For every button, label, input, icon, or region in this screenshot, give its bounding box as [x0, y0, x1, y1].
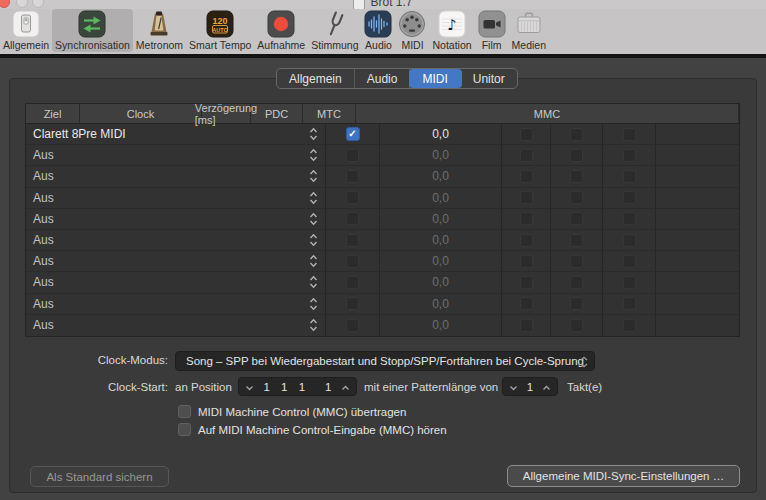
mtc-checkbox[interactable] [570, 276, 583, 289]
mmc-checkbox[interactable] [623, 234, 636, 247]
tab[interactable]: Unitor [461, 69, 517, 88]
table-body: Clarett 8Pre MIDI 0,0 Aus [26, 124, 739, 336]
pdc-checkbox[interactable] [520, 234, 533, 247]
mtc-checkbox[interactable] [570, 319, 583, 332]
pdc-checkbox[interactable] [520, 212, 533, 225]
mmc-checkbox[interactable] [623, 255, 636, 268]
toolbar-item[interactable]: Synchronisation [52, 9, 133, 52]
clock-checkbox[interactable] [346, 127, 360, 141]
delay-value[interactable]: 0,0 [380, 251, 502, 271]
delay-value[interactable]: 0,0 [380, 315, 502, 336]
pattern-length-stepper[interactable]: 1 [502, 377, 558, 396]
clock-checkbox[interactable] [346, 276, 359, 289]
mtc-checkbox[interactable] [570, 170, 583, 183]
delay-value[interactable]: 0,0 [380, 272, 502, 292]
clock-checkbox[interactable] [346, 234, 359, 247]
ziel-popup[interactable]: Clarett 8Pre MIDI [26, 124, 326, 144]
ziel-popup[interactable]: Aus [26, 188, 326, 208]
delay-value[interactable]: 0,0 [380, 124, 502, 144]
clock-checkbox[interactable] [346, 149, 359, 162]
clock-checkbox[interactable] [346, 255, 359, 268]
toolbar-item[interactable]: Audio [361, 9, 395, 52]
delay-value[interactable]: 0,0 [380, 145, 502, 165]
clock-checkbox[interactable] [346, 212, 359, 225]
position-value[interactable]: 1 1 1 [264, 381, 310, 393]
ziel-popup[interactable]: Aus [26, 315, 326, 336]
clock-checkbox[interactable] [346, 319, 359, 332]
mmc-checkbox[interactable] [623, 319, 636, 332]
mtc-checkbox[interactable] [570, 191, 583, 204]
ziel-popup[interactable]: Aus [26, 251, 326, 271]
toolbar-item[interactable]: Aufnahme [254, 9, 308, 52]
stepper-up-icon[interactable] [341, 381, 350, 393]
toolbar-item[interactable]: Stimmung [308, 9, 361, 52]
position-tick-value[interactable]: 1 [325, 381, 331, 393]
mmc-checkbox[interactable] [623, 191, 636, 204]
position-stepper[interactable]: 1 1 1 1 [238, 377, 357, 396]
toolbar-item[interactable]: Film [475, 9, 509, 52]
titlebar: Brot 1.7 [0, 0, 766, 9]
general-midi-sync-settings-button[interactable]: Allgemeine MIDI-Sync-Einstellungen … [507, 465, 740, 487]
tab[interactable]: MIDI [409, 69, 461, 88]
clock-checkbox[interactable] [346, 191, 359, 204]
pdc-checkbox[interactable] [520, 319, 533, 332]
pdc-cell [502, 166, 551, 186]
toolbar-item[interactable]: ♪ Notation [429, 9, 474, 52]
mmc-checkbox[interactable] [623, 128, 636, 141]
clock-checkbox[interactable] [346, 297, 359, 310]
pdc-checkbox[interactable] [520, 191, 533, 204]
setting-checkbox[interactable] [178, 405, 191, 418]
mmc-checkbox[interactable] [623, 149, 636, 162]
mtc-checkbox[interactable] [570, 234, 583, 247]
pdc-checkbox[interactable] [520, 255, 533, 268]
mtc-checkbox[interactable] [570, 149, 583, 162]
clock-cell [326, 230, 380, 250]
toolbar-item-label: Audio [365, 39, 392, 51]
pattern-length-value[interactable]: 1 [518, 381, 542, 393]
mmc-checkbox[interactable] [623, 297, 636, 310]
delay-value[interactable]: 0,0 [380, 294, 502, 314]
sync-arrows-icon [78, 10, 106, 38]
pdc-checkbox[interactable] [520, 170, 533, 183]
clock-modus-popup[interactable]: Song – SPP bei Wiedergabestart und Stopp… [175, 351, 595, 371]
ziel-popup[interactable]: Aus [26, 230, 326, 250]
mtc-checkbox[interactable] [570, 128, 583, 141]
pdc-checkbox[interactable] [520, 149, 533, 162]
tab[interactable]: Audio [355, 69, 411, 88]
stepper-down-icon[interactable] [509, 381, 518, 393]
ziel-popup[interactable]: Aus [26, 145, 326, 165]
ziel-popup[interactable]: Aus [26, 294, 326, 314]
toolbar-item[interactable]: Metronom [133, 9, 186, 52]
stepper-down-icon[interactable] [245, 381, 254, 393]
mmc-checkbox[interactable] [623, 170, 636, 183]
preferences-toolbar: Allgemein Synchronisation Metronom 120AU… [0, 9, 766, 54]
mmc-checkbox[interactable] [623, 276, 636, 289]
tab[interactable]: Allgemein [277, 69, 355, 88]
save-as-default-button[interactable]: Als Standard sichern [30, 466, 169, 487]
mmc-cell [603, 124, 656, 144]
toolbar-item[interactable]: Medien [509, 9, 549, 52]
clock-checkbox[interactable] [346, 170, 359, 183]
delay-value[interactable]: 0,0 [380, 230, 502, 250]
delay-value[interactable]: 0,0 [380, 188, 502, 208]
mtc-checkbox[interactable] [570, 255, 583, 268]
toolbar-item[interactable]: MIDI [395, 9, 429, 52]
toolbar-item[interactable]: Allgemein [0, 9, 52, 52]
mtc-checkbox[interactable] [570, 212, 583, 225]
ziel-popup[interactable]: Aus [26, 166, 326, 186]
pdc-checkbox[interactable] [520, 128, 533, 141]
setting-checkbox[interactable] [178, 423, 191, 436]
pdc-checkbox[interactable] [520, 297, 533, 310]
mtc-checkbox[interactable] [570, 297, 583, 310]
spacer-cell [656, 294, 739, 314]
stepper-up-icon[interactable] [542, 381, 551, 393]
delay-value[interactable]: 0,0 [380, 166, 502, 186]
ziel-popup[interactable]: Aus [26, 209, 326, 229]
table-header-cell: MMC [356, 104, 738, 123]
pdc-checkbox[interactable] [520, 276, 533, 289]
mmc-checkbox[interactable] [623, 212, 636, 225]
ziel-popup[interactable]: Aus [26, 272, 326, 292]
delay-value[interactable]: 0,0 [380, 209, 502, 229]
toolbar-item[interactable]: 120AUTO Smart Tempo [186, 9, 254, 52]
clock-modus-value: Song – SPP bei Wiedergabestart und Stopp… [186, 355, 584, 367]
